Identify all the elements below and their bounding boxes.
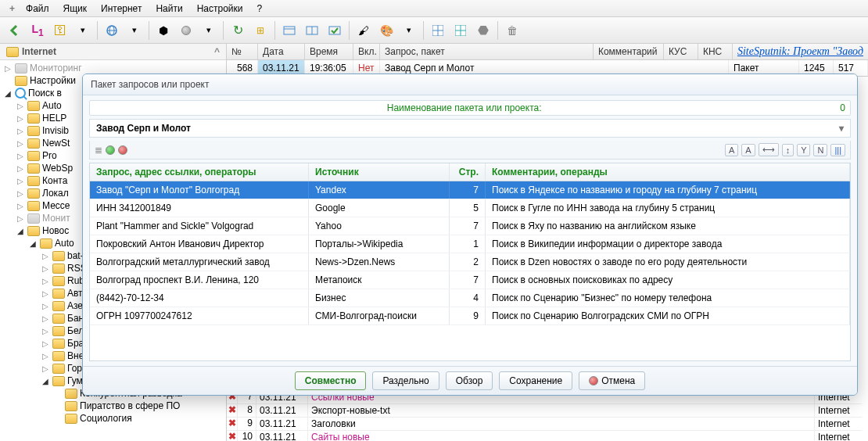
chevron-icon[interactable]: ▷ [41, 289, 50, 298]
chevron-icon[interactable]: ▷ [16, 164, 25, 173]
delete-icon[interactable]: ✖ [227, 404, 238, 417]
window-icon[interactable] [279, 20, 299, 41]
col-time[interactable]: Время [305, 44, 353, 59]
tree-node[interactable]: Пиратство в сфере ПО [3, 400, 226, 412]
dropdown-3[interactable]: ▾ [199, 20, 219, 41]
tree-collapse-icon[interactable]: ^ [214, 46, 220, 57]
together-button[interactable]: Совместно [295, 371, 367, 390]
chevron-icon[interactable]: ▷ [16, 214, 25, 223]
chevron-icon[interactable]: ▷ [41, 314, 50, 323]
chevron-icon[interactable]: ▷ [16, 189, 25, 198]
bottom-row[interactable]: ✖803.11.21Экспорт-новые-txtInternet [227, 404, 862, 418]
back-arrow-icon[interactable] [5, 20, 25, 41]
dropdown-4[interactable]: ▾ [399, 20, 419, 41]
col-date[interactable]: Дата [258, 44, 305, 59]
globe-icon[interactable] [102, 20, 122, 41]
menu-internet[interactable]: Интернет [95, 2, 148, 16]
grid-teal-icon[interactable] [450, 20, 471, 41]
chevron-icon[interactable]: ▷ [41, 327, 50, 335]
grid-blue-icon[interactable] [428, 20, 448, 41]
fmt-n[interactable]: N [813, 144, 827, 156]
qcol-query[interactable]: Запрос, адрес ссылки, операторы [90, 163, 309, 181]
qcol-comment[interactable]: Комментарии, операнды [486, 163, 850, 181]
chevron-icon[interactable]: ▷ [41, 352, 50, 360]
red-dot-icon[interactable] [118, 145, 127, 155]
menu-plus[interactable]: + [3, 2, 18, 16]
chevron-icon[interactable]: ▷ [41, 339, 50, 348]
chevron-icon[interactable]: ▷ [41, 264, 50, 273]
menu-find[interactable]: Найти [149, 2, 188, 16]
query-row[interactable]: ОГРН 1097700247612СМИ-Волгоград-поиски9П… [90, 307, 850, 325]
menu-box[interactable]: Ящик [57, 2, 94, 16]
palette-icon[interactable]: 🎨 [376, 20, 396, 41]
fmt-tall[interactable]: ↕ [782, 144, 794, 156]
chevron-icon[interactable]: ▷ [41, 364, 50, 373]
chevron-icon[interactable]: ▷ [41, 277, 50, 285]
col-kns[interactable]: КНС [698, 44, 733, 59]
query-row[interactable]: (8442)-70-12-34Бизнес4Поиск по Сценарию … [90, 289, 850, 307]
chevron-icon[interactable]: ▷ [3, 64, 13, 73]
chevron-icon[interactable]: ◢ [3, 89, 13, 98]
tree-node[interactable]: ▷Мониторинг [3, 62, 226, 74]
query-row[interactable]: Завод "Серп и Молот" ВолгоградYandex7Пои… [90, 181, 850, 199]
chevron-icon[interactable]: ◢ [28, 239, 38, 248]
chevron-icon[interactable]: ◢ [16, 227, 25, 235]
chevron-icon[interactable]: ▷ [16, 139, 25, 148]
query-row[interactable]: ИНН 3412001849Google5Поиск в Гугле по ИН… [90, 199, 850, 217]
brand-link[interactable]: SiteSputnik: Проект "Завод [733, 44, 868, 59]
menu-help[interactable]: ? [250, 2, 268, 16]
chevron-icon[interactable]: ▷ [16, 202, 25, 210]
refresh-icon[interactable]: ↻ [228, 20, 248, 41]
window-check-icon[interactable] [325, 20, 345, 41]
col-no[interactable]: № [227, 44, 258, 59]
chevron-icon[interactable]: ▷ [41, 252, 50, 260]
query-row[interactable]: Plant "Hammer and Sickle" VolgogradYahoo… [90, 217, 850, 235]
hexagon-icon[interactable]: ⬣ [473, 20, 493, 41]
keys-icon[interactable]: ⚿ [50, 20, 70, 41]
tree-icon[interactable]: ⊞ [250, 20, 271, 41]
menu-settings[interactable]: Настройки [191, 2, 249, 16]
query-row[interactable]: Волгоградский металлургический заводNews… [90, 253, 850, 271]
chevron-icon[interactable]: ◢ [41, 377, 50, 385]
green-dot-icon[interactable] [106, 145, 115, 155]
cancel-button[interactable]: Отмена [579, 371, 645, 390]
tree-node[interactable]: Социология [3, 412, 226, 425]
qcol-source[interactable]: Источник [309, 163, 450, 181]
col-comment[interactable]: Комментарий [594, 44, 664, 59]
fmt-y[interactable]: Y [797, 144, 810, 156]
chevron-icon[interactable]: ▷ [16, 102, 25, 110]
query-row[interactable]: Покровский Антон Иванович ДиректорПортал… [90, 235, 850, 253]
brush-icon[interactable]: 🖌 [353, 20, 374, 41]
package-title-field[interactable]: Завод Серп и Молот ▾ [89, 119, 851, 138]
list-icon[interactable]: ≣ [95, 145, 102, 156]
fmt-wide[interactable]: ⟷ [759, 143, 779, 156]
dropdown-2[interactable]: ▾ [124, 20, 145, 41]
chevron-down-icon[interactable]: ▾ [839, 123, 844, 134]
sphere-icon[interactable] [176, 20, 196, 41]
fmt-columns[interactable]: ||| [830, 144, 845, 156]
query-row[interactable]: Волгоград проспект В.И. Ленина, 120Метап… [90, 271, 850, 289]
delete-icon[interactable]: ✖ [227, 431, 238, 441]
chevron-icon[interactable]: ▷ [41, 302, 50, 310]
delete-icon[interactable]: ✖ [227, 418, 238, 430]
cubes-icon[interactable]: ⬢ [153, 20, 174, 41]
review-button[interactable]: Обзор [446, 371, 493, 390]
trash-icon[interactable]: 🗑 [502, 20, 522, 41]
col-query[interactable]: Запрос, пакет [380, 44, 594, 59]
bottom-row[interactable]: ✖903.11.21ЗаголовкиInternet [227, 418, 862, 431]
fmt-a-large[interactable]: A [725, 144, 738, 156]
chevron-icon[interactable]: ▷ [16, 177, 25, 185]
l1-icon[interactable]: L1 [27, 20, 48, 41]
separately-button[interactable]: Раздельно [372, 371, 439, 390]
bottom-row[interactable]: ✖1003.11.21Сайты новыеInternet [227, 431, 862, 441]
fmt-a-small[interactable]: A [741, 144, 755, 156]
chevron-icon[interactable]: ▷ [16, 114, 25, 123]
col-enabled[interactable]: Вкл. [353, 44, 380, 59]
col-kus[interactable]: КУС [664, 44, 698, 59]
menu-file[interactable]: Файл [20, 2, 56, 16]
qcol-pages[interactable]: Стр. [450, 163, 486, 181]
save-button[interactable]: Сохранение [499, 371, 572, 390]
dropdown-1[interactable]: ▾ [73, 20, 93, 41]
chevron-icon[interactable]: ▷ [16, 127, 25, 135]
chevron-icon[interactable]: ▷ [16, 152, 25, 160]
